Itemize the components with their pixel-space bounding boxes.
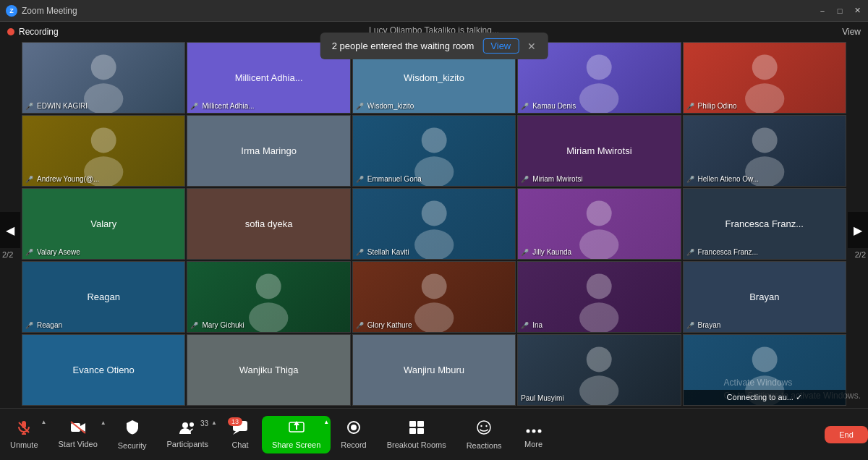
maximize-button[interactable]: □ bbox=[835, 6, 845, 16]
video-cell[interactable]: Reagan🎤Reagan bbox=[22, 261, 185, 333]
participant-name: Miriam Mwirotsi bbox=[532, 175, 582, 183]
notification-close-button[interactable]: ✕ bbox=[527, 41, 536, 52]
svg-point-49 bbox=[532, 429, 535, 433]
participants-caret[interactable]: ▲ bbox=[211, 419, 217, 426]
video-cell[interactable]: sofia dyeka bbox=[187, 188, 350, 260]
share-screen-caret[interactable]: ▲ bbox=[323, 419, 329, 425]
svg-point-4 bbox=[752, 54, 777, 80]
start-video-button[interactable]: Start Video ▲ bbox=[48, 417, 108, 453]
title-bar-controls[interactable]: − □ ✕ bbox=[817, 6, 862, 16]
unmute-caret[interactable]: ▲ bbox=[41, 419, 47, 425]
svg-point-45 bbox=[477, 421, 490, 434]
microphone-icon bbox=[17, 420, 31, 438]
mute-icon: 🎤 bbox=[356, 249, 364, 256]
svg-point-14 bbox=[587, 200, 612, 226]
video-cell[interactable]: Paul Musyimi bbox=[517, 334, 681, 406]
unmute-label: Unmute bbox=[10, 440, 38, 449]
video-cell[interactable]: Francesca Franz...🎤Francesca Franz... bbox=[683, 188, 846, 260]
video-cell[interactable]: 🎤EDWIN KAGIRI bbox=[22, 42, 185, 114]
chat-badge: 13 bbox=[228, 417, 242, 426]
participant-name-display: Wanjiku Thiga bbox=[239, 365, 299, 375]
participants-button[interactable]: Participants 33 ▲ bbox=[157, 417, 218, 453]
record-button[interactable]: Record bbox=[331, 416, 376, 453]
mute-icon: 🎤 bbox=[356, 103, 364, 110]
participant-name: Wisdom_kizito bbox=[367, 102, 414, 110]
participant-name-display: Valary bbox=[90, 218, 116, 229]
mute-icon: 🎤 bbox=[356, 322, 364, 329]
video-cell[interactable]: 🎤Stellah Kaviti bbox=[352, 188, 516, 260]
video-cell[interactable]: 🎤Emmanuel Gona bbox=[352, 115, 516, 187]
video-cell[interactable]: 🎤Ina bbox=[517, 261, 681, 333]
participant-name: Andrew Young(@... bbox=[37, 175, 99, 183]
share-screen-button[interactable]: Share Screen ▲ bbox=[262, 416, 331, 453]
svg-marker-36 bbox=[233, 431, 239, 435]
security-icon bbox=[125, 419, 140, 439]
mute-icon: 🎤 bbox=[25, 322, 33, 329]
notification-view-button[interactable]: View bbox=[482, 38, 519, 54]
svg-point-8 bbox=[422, 127, 447, 153]
svg-point-19 bbox=[414, 302, 454, 332]
mute-icon: 🎤 bbox=[190, 103, 198, 110]
participant-name: Brayan bbox=[698, 321, 721, 329]
video-cell[interactable]: Valary🎤Valary Asewe bbox=[22, 188, 185, 260]
mute-icon: 🎤 bbox=[521, 322, 529, 329]
unmute-button[interactable]: Unmute ▲ bbox=[0, 416, 48, 453]
participant-name: Philip Odino bbox=[698, 102, 737, 110]
chat-label: Chat bbox=[231, 440, 248, 449]
start-video-label: Start Video bbox=[59, 440, 98, 448]
more-button[interactable]: More bbox=[512, 417, 556, 453]
svg-point-47 bbox=[485, 425, 487, 426]
end-label: End bbox=[839, 430, 854, 439]
minimize-button[interactable]: − bbox=[817, 6, 827, 16]
participant-name: EDWIN KAGIRI bbox=[37, 102, 88, 110]
video-cell[interactable]: Evance Otieno bbox=[22, 334, 185, 406]
video-cell[interactable]: Wanjiru Mburu bbox=[352, 334, 516, 406]
participant-name: Kamau Denis bbox=[532, 102, 576, 110]
svg-point-33 bbox=[182, 422, 188, 428]
video-cell[interactable]: Brayan🎤Brayan bbox=[683, 261, 846, 333]
svg-point-12 bbox=[422, 200, 447, 226]
mute-icon: 🎤 bbox=[521, 176, 529, 183]
view-button[interactable]: View bbox=[842, 27, 861, 37]
participant-name: Ina bbox=[532, 321, 542, 329]
video-cell[interactable]: Miriam Mwirotsi🎤Miriam Mwirotsi bbox=[517, 115, 681, 187]
svg-rect-44 bbox=[417, 428, 424, 434]
svg-point-21 bbox=[579, 302, 618, 332]
record-label: Record bbox=[341, 440, 366, 449]
video-cell[interactable]: 🎤Mary Gichuki bbox=[187, 261, 350, 333]
svg-point-17 bbox=[249, 302, 288, 332]
participant-name-display: Francesca Franz... bbox=[726, 218, 804, 229]
more-label: More bbox=[524, 440, 542, 448]
svg-point-1 bbox=[84, 83, 123, 113]
video-cell[interactable]: Connecting to au... ✓ bbox=[683, 334, 846, 406]
security-button[interactable]: Security bbox=[108, 415, 157, 454]
participant-name: Glory Kathure bbox=[367, 321, 412, 329]
participant-name: Valary Asewe bbox=[37, 248, 80, 256]
chat-button[interactable]: 13 Chat bbox=[218, 416, 262, 453]
reactions-button[interactable]: Reactions bbox=[456, 415, 512, 454]
breakout-rooms-label: Breakout Rooms bbox=[387, 440, 446, 449]
video-cell[interactable]: 🎤Andrew Young(@... bbox=[22, 115, 185, 187]
svg-point-5 bbox=[745, 83, 784, 113]
svg-point-20 bbox=[587, 273, 612, 299]
mute-icon: 🎤 bbox=[25, 249, 33, 256]
video-caret[interactable]: ▲ bbox=[101, 419, 106, 426]
participant-name-display: Wisdom_kizito bbox=[404, 72, 464, 83]
mute-icon: 🎤 bbox=[521, 103, 529, 110]
video-cell[interactable]: 🎤Hellen Atieno Ow... bbox=[683, 115, 846, 187]
participant-name: Jilly Kaunda bbox=[532, 248, 571, 256]
video-cell[interactable]: 🎤Glory Kathure bbox=[352, 261, 516, 333]
participant-name: Paul Musyimi bbox=[521, 394, 563, 402]
nav-left-arrow[interactable]: ◀ bbox=[0, 212, 20, 248]
video-cell[interactable]: 🎤Philip Odino bbox=[683, 42, 846, 114]
breakout-rooms-button[interactable]: Breakout Rooms bbox=[377, 416, 456, 453]
end-button[interactable]: End bbox=[825, 426, 868, 443]
video-cell[interactable]: 🎤Jilly Kaunda bbox=[517, 188, 681, 260]
video-cell[interactable]: Wanjiku Thiga bbox=[187, 334, 350, 406]
nav-right-arrow[interactable]: ▶ bbox=[848, 212, 868, 248]
notification-banner: 2 people entered the waiting room View ✕ bbox=[320, 33, 548, 59]
video-cell[interactable]: Irma Maringo bbox=[187, 115, 350, 187]
close-button[interactable]: ✕ bbox=[852, 6, 862, 16]
chat-icon: 13 bbox=[232, 420, 248, 438]
record-icon bbox=[346, 420, 361, 438]
